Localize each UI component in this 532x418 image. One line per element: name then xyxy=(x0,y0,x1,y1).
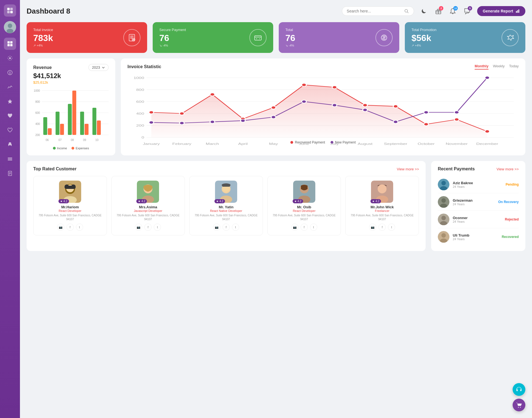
svg-point-81 xyxy=(149,121,154,124)
stat-label-invoice: Total invoice xyxy=(33,28,53,32)
svg-point-88 xyxy=(363,108,367,111)
facebook-icon-1[interactable]: f xyxy=(144,224,152,231)
generate-report-button[interactable]: Generate Report xyxy=(477,6,525,16)
svg-point-21 xyxy=(405,9,408,12)
svg-point-92 xyxy=(485,76,490,79)
svg-point-77 xyxy=(393,105,398,108)
dark-mode-toggle[interactable] xyxy=(418,6,429,17)
sidebar-item-menu[interactable] xyxy=(4,153,16,165)
svg-rect-3 xyxy=(10,11,13,13)
top-customers-view-more[interactable]: View more >> xyxy=(397,167,419,171)
sidebar-item-settings[interactable] xyxy=(4,52,16,64)
stat-change-invoice: ↗ +4% xyxy=(33,44,53,47)
tab-monthly[interactable]: Monthly xyxy=(475,64,488,70)
instagram-icon-4[interactable]: 📷 xyxy=(369,224,376,231)
stat-value-payment: 76 xyxy=(159,33,186,43)
sidebar-item-heart[interactable] xyxy=(4,110,16,122)
svg-text:February: February xyxy=(172,142,192,145)
svg-point-82 xyxy=(180,122,184,125)
cart-fab[interactable] xyxy=(513,399,525,411)
customers-grid: ★4.2 Mr.Hariom React Developer 795 Folso… xyxy=(33,176,419,235)
search-box[interactable] xyxy=(342,6,414,16)
svg-rect-25 xyxy=(517,10,518,13)
instagram-icon-2[interactable]: 📷 xyxy=(213,224,220,231)
stat-label-total: Total xyxy=(285,28,295,32)
recent-payments-view-more[interactable]: View more >> xyxy=(497,167,519,171)
revenue-card: Revenue 2023 $41,512k $25,612k 1000 800 … xyxy=(27,58,115,155)
payment-status-2: Rejected xyxy=(505,217,519,221)
stat-change-promo: ↗ +4% xyxy=(411,44,436,47)
svg-rect-2 xyxy=(7,11,10,13)
gift-icon-button[interactable]: 2 xyxy=(433,6,444,17)
svg-text:1000: 1000 xyxy=(34,89,40,92)
svg-text:10: 10 xyxy=(95,139,99,142)
facebook-icon-2[interactable]: f xyxy=(222,224,230,231)
svg-point-128 xyxy=(441,181,446,185)
sidebar-item-doc[interactable] xyxy=(4,167,16,179)
sidebar-item-star[interactable] xyxy=(4,95,16,107)
svg-point-11 xyxy=(9,57,11,59)
svg-point-84 xyxy=(241,119,245,122)
twitter-icon-0[interactable]: t xyxy=(76,224,83,231)
twitter-icon-3[interactable]: t xyxy=(310,224,317,231)
svg-text:07: 07 xyxy=(58,139,62,142)
tab-weekly[interactable]: Weekly xyxy=(493,64,505,70)
year-select[interactable]: 2023 xyxy=(88,64,109,71)
user-avatar[interactable] xyxy=(4,21,16,33)
svg-point-134 xyxy=(441,216,446,220)
svg-text:400: 400 xyxy=(35,122,40,125)
svg-text:400: 400 xyxy=(136,112,144,115)
facebook-icon-3[interactable]: f xyxy=(301,224,308,231)
twitter-icon-1[interactable]: t xyxy=(154,224,161,231)
svg-rect-8 xyxy=(10,41,12,43)
svg-rect-42 xyxy=(48,128,52,135)
sidebar-logo[interactable] xyxy=(4,4,16,17)
svg-point-125 xyxy=(378,184,387,193)
svg-text:September: September xyxy=(384,142,407,145)
svg-rect-15 xyxy=(9,142,11,144)
stats-row: Total invoice 783k ↗ +4% Secure Payment … xyxy=(27,22,525,53)
instagram-icon-3[interactable]: 📷 xyxy=(291,224,298,231)
tab-today[interactable]: Today xyxy=(509,64,519,70)
svg-rect-1 xyxy=(10,8,13,10)
bell-badge: 12 xyxy=(453,6,458,11)
support-fab[interactable] xyxy=(513,383,525,396)
payment-item-0: Aziz Bakree 24 Years Pending xyxy=(438,176,519,193)
stat-label-promo: Total Promotion xyxy=(411,28,436,32)
facebook-icon-0[interactable]: f xyxy=(66,224,74,231)
payment-item-2: Oconner 24 Years Rejected xyxy=(438,211,519,228)
instagram-icon-0[interactable]: 📷 xyxy=(57,224,64,231)
recent-payments-card: Recent Payments View more >> Aziz Bakree… xyxy=(431,161,525,251)
svg-text:200: 200 xyxy=(35,134,40,137)
svg-rect-10 xyxy=(10,44,12,46)
invoice-tabs: Monthly Weekly Today xyxy=(475,64,519,70)
svg-line-22 xyxy=(407,12,408,13)
sidebar-item-print[interactable] xyxy=(4,139,16,151)
chat-badge: 5 xyxy=(468,6,472,11)
svg-point-87 xyxy=(332,104,337,107)
sidebar-item-heart2[interactable] xyxy=(4,124,16,136)
twitter-icon-2[interactable]: t xyxy=(232,224,239,231)
search-input[interactable] xyxy=(347,9,402,13)
payment-avatar-0 xyxy=(438,179,449,190)
chat-icon-button[interactable]: 5 xyxy=(462,6,473,17)
customer-card-3: ★4.2 Mr. Osib React Developer 795 Folsom… xyxy=(267,176,341,235)
svg-text:200: 200 xyxy=(136,124,144,127)
fab-group xyxy=(513,383,525,411)
payment-status-0: Pending xyxy=(506,183,519,186)
stat-card-invoice: Total invoice 783k ↗ +4% xyxy=(27,22,147,53)
sidebar-item-dashboard[interactable] xyxy=(4,38,16,50)
sidebar-item-info[interactable] xyxy=(4,66,16,79)
svg-rect-48 xyxy=(85,124,88,135)
charts-row: Revenue 2023 $41,512k $25,612k 1000 800 … xyxy=(27,58,525,155)
facebook-icon-4[interactable]: f xyxy=(378,224,386,231)
payment-avatar-1 xyxy=(438,196,449,208)
twitter-icon-4[interactable]: t xyxy=(388,224,395,231)
sidebar-item-analytics[interactable] xyxy=(4,81,16,93)
bell-icon-button[interactable]: 12 xyxy=(447,6,458,17)
instagram-icon-1[interactable]: 📷 xyxy=(135,224,142,231)
svg-marker-68 xyxy=(151,85,487,137)
svg-text:600: 600 xyxy=(35,111,40,114)
svg-point-79 xyxy=(454,118,459,121)
recent-payments-title: Recent Payments xyxy=(438,166,475,171)
